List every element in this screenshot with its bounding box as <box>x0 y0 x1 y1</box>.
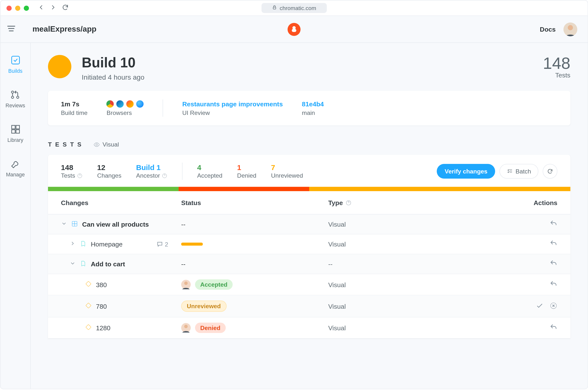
table-row[interactable]: 380AcceptedVisual <box>48 274 570 295</box>
sidebar-item-label: Manage <box>6 172 25 178</box>
refresh-button[interactable] <box>543 164 558 178</box>
undo-action[interactable] <box>550 280 558 289</box>
table-body: Can view all products--VisualHomepage2Vi… <box>48 214 570 338</box>
sidebar-item-label: Builds <box>8 68 22 74</box>
sidebar-item-label: Library <box>7 137 23 143</box>
user-avatar[interactable] <box>564 22 577 36</box>
tests-label: TESTS <box>48 141 85 148</box>
commit-link[interactable]: 81e4b4 main <box>302 100 324 116</box>
svg-rect-7 <box>16 126 19 129</box>
status-empty: -- <box>181 260 186 268</box>
svg-point-3 <box>12 91 14 93</box>
sidebar-item-builds[interactable]: Builds <box>8 55 22 74</box>
checklist-icon <box>507 168 513 174</box>
row-type: -- <box>328 260 501 268</box>
tests-panel: 148 Tests 12Changes Build 1 Ancestor 4Ac… <box>48 155 570 338</box>
stat-unreviewed: 7Unreviewed <box>271 164 303 179</box>
forward-icon[interactable] <box>50 4 56 12</box>
status-pill: Accepted <box>195 279 233 290</box>
address-bar[interactable]: chromatic.com <box>262 3 326 13</box>
table-header: Changes Status Type Actions <box>48 191 570 214</box>
address-domain: chromatic.com <box>280 5 316 11</box>
undo-action[interactable] <box>550 240 558 249</box>
window-controls[interactable] <box>6 6 29 10</box>
check-action[interactable] <box>536 302 544 311</box>
row-type: Visual <box>328 281 501 288</box>
row-type: Visual <box>328 240 501 248</box>
reviewer-avatar <box>181 323 191 332</box>
expand-toggle[interactable] <box>70 240 76 248</box>
verify-changes-button[interactable]: Verify changes <box>437 164 495 178</box>
batch-button[interactable]: Batch <box>500 164 538 178</box>
close-window-icon[interactable] <box>6 6 12 10</box>
stat-ancestor[interactable]: Build 1 Ancestor <box>136 164 168 179</box>
build-time: 1m 7s Build time <box>61 100 88 116</box>
svg-rect-6 <box>12 126 15 129</box>
lock-icon <box>272 5 277 11</box>
sidebar-item-manage[interactable]: Manage <box>6 159 25 178</box>
table-row[interactable]: Add to cart---- <box>48 254 570 274</box>
stat-tests: 148 Tests <box>61 164 82 179</box>
svg-point-1 <box>568 25 573 30</box>
help-icon[interactable] <box>162 173 167 178</box>
tests-count-number: 148 <box>543 55 570 71</box>
book-icon <box>80 240 86 248</box>
status-bar <box>181 242 203 246</box>
menu-icon[interactable] <box>6 24 16 34</box>
tests-section-heading: TESTS Visual <box>30 141 588 154</box>
main-content: Build 10 Initiated 4 hours ago 148 Tests… <box>30 43 588 389</box>
expand-toggle[interactable] <box>70 260 76 268</box>
comment-count[interactable]: 2 <box>156 240 168 248</box>
check-square-icon <box>10 55 20 65</box>
wrench-icon <box>10 159 20 169</box>
reviewer-avatar <box>181 280 191 289</box>
maximize-window-icon[interactable] <box>24 6 29 10</box>
sidebar-item-reviews[interactable]: Reviews <box>6 90 25 108</box>
row-type: Visual <box>328 220 501 228</box>
minimize-window-icon[interactable] <box>15 6 20 10</box>
close-action[interactable] <box>550 302 558 311</box>
table-row[interactable]: 1280DeniedVisual <box>48 318 570 338</box>
safari-icon <box>136 100 144 108</box>
undo-action[interactable] <box>550 220 558 229</box>
firefox-icon <box>126 100 134 108</box>
pull-request-icon <box>10 90 20 100</box>
tests-count-label: Tests <box>543 71 570 79</box>
build-meta-card: 1m 7s Build time Browsers Restaurants pa… <box>48 91 570 126</box>
help-icon[interactable] <box>77 173 82 178</box>
svg-rect-19 <box>86 324 91 330</box>
col-status: Status <box>181 199 328 206</box>
book-icon <box>80 260 86 268</box>
page-subtitle: Initiated 4 hours ago <box>82 74 144 81</box>
undo-action[interactable] <box>550 260 558 268</box>
status-pill: Denied <box>195 323 226 333</box>
progress-denied <box>178 187 309 191</box>
sidebar-item-library[interactable]: Library <box>7 124 23 143</box>
expand-toggle[interactable] <box>61 220 67 228</box>
vp-icon <box>85 280 92 288</box>
reload-icon[interactable] <box>62 4 68 12</box>
table-row[interactable]: 780UnreviewedVisual <box>48 295 570 317</box>
browser-chrome: chromatic.com <box>0 0 588 16</box>
page-header: Build 10 Initiated 4 hours ago 148 Tests <box>30 55 588 91</box>
sidebar-item-label: Reviews <box>6 102 25 108</box>
docs-link[interactable]: Docs <box>540 26 556 33</box>
edge-icon <box>116 100 124 108</box>
visual-filter[interactable]: Visual <box>93 141 119 148</box>
col-type: Type <box>328 199 501 206</box>
svg-point-10 <box>96 144 98 145</box>
project-title[interactable]: mealExpress/app <box>32 25 96 34</box>
grid-icon <box>10 124 20 134</box>
row-title: 780 <box>96 302 107 310</box>
progress-unreviewed <box>309 187 570 191</box>
undo-action[interactable] <box>550 323 558 332</box>
ui-review-link[interactable]: Restaurants page improvements UI Review <box>182 100 283 116</box>
back-icon[interactable] <box>38 4 44 12</box>
brand-logo[interactable] <box>288 23 300 36</box>
svg-rect-9 <box>16 130 19 133</box>
svg-rect-8 <box>12 130 15 133</box>
table-row[interactable]: Can view all products--Visual <box>48 214 570 234</box>
help-icon[interactable] <box>346 200 352 206</box>
page-title: Build 10 <box>82 55 144 71</box>
table-row[interactable]: Homepage2Visual <box>48 234 570 254</box>
